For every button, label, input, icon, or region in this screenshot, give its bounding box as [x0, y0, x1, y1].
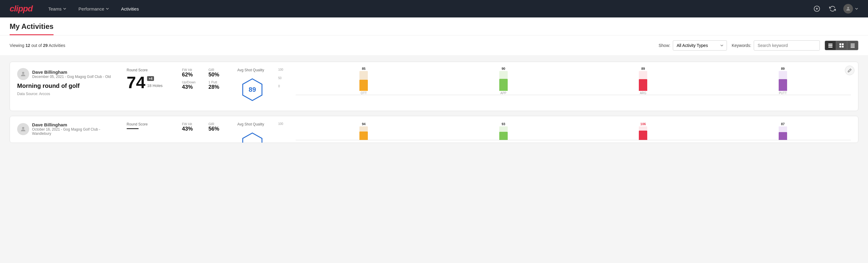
user-menu-button[interactable]: [843, 4, 858, 13]
bar-fill-arg: [639, 79, 647, 91]
chart-col-arg-2: 106: [575, 122, 711, 140]
bar-track-ott: [360, 71, 368, 91]
hexagon-container-1: 89: [237, 75, 268, 105]
stat-gir: GIR 50%: [209, 68, 230, 78]
page-title: My Activities: [10, 22, 54, 35]
quality-label-2: Avg Shot Quality: [237, 122, 264, 126]
nav-label-activities: Activities: [121, 6, 139, 11]
card-quality-2: Avg Shot Quality: [237, 122, 279, 143]
chart-col-ott-2: 94: [296, 122, 432, 140]
keywords-filter: Keywords:: [732, 40, 820, 51]
nav-item-activities[interactable]: Activities: [120, 0, 140, 18]
chart-col-putt-2: 87: [715, 122, 851, 140]
svg-rect-7: [839, 43, 841, 45]
y-label-50: 50: [278, 77, 283, 80]
activity-type-dropdown[interactable]: All Activity Types: [673, 40, 727, 51]
card-chart-2: 100 94 93: [287, 122, 851, 140]
bar-label-arg: ARG: [640, 91, 646, 95]
stat-fw-hit-value-2: 43%: [182, 126, 204, 132]
user-chevron-icon: [855, 7, 858, 10]
card-stats-1: FW Hit 62% GIR 50% Up/Down 43% 1 Putt 28…: [182, 68, 230, 90]
search-input[interactable]: [754, 40, 820, 51]
viewing-total: 29: [43, 43, 48, 48]
score-number-1: 74: [127, 74, 145, 91]
svg-rect-14: [850, 47, 855, 48]
view-toggle: [825, 40, 858, 50]
data-source-1: Data Source: Arccos: [17, 92, 119, 96]
stat-fw-hit-label-2: FW Hit: [182, 122, 204, 126]
nav-item-teams[interactable]: Teams: [47, 0, 67, 18]
svg-rect-6: [828, 47, 833, 48]
bar-value-arg-2: 106: [640, 122, 646, 126]
card-stats-2: FW Hit 43% GIR 56%: [182, 122, 230, 132]
quality-label-1: Avg Shot Quality: [237, 68, 264, 72]
chevron-down-icon-perf: [105, 7, 109, 10]
user-avatar-2: [17, 123, 29, 135]
svg-rect-5: [828, 45, 833, 46]
bar-fill-app-2: [499, 132, 508, 140]
bar-value-ott-2: 94: [362, 122, 365, 126]
chart-col-app-2: 93: [435, 122, 572, 140]
svg-marker-18: [243, 133, 262, 143]
navbar: clippd Teams Performance Activities: [0, 0, 868, 18]
card-left-1: Dave Billingham December 05, 2021 - Gog …: [17, 68, 119, 96]
score-dash-2: [127, 128, 138, 129]
stat-fw-hit-value: 62%: [182, 71, 204, 78]
chart-y-labels-2: 100: [278, 122, 283, 133]
user-date-2: October 16, 2021 - Gog Magog Golf Club -…: [32, 127, 119, 136]
nav-item-performance[interactable]: Performance: [77, 0, 111, 18]
bar-track-arg-2: [639, 126, 647, 140]
bar-fill-arg-2: [639, 130, 647, 140]
keywords-label: Keywords:: [732, 43, 751, 48]
add-button[interactable]: [812, 4, 822, 13]
svg-rect-12: [850, 45, 855, 46]
view-list-button[interactable]: [847, 41, 858, 50]
user-avatar-1: [17, 68, 29, 80]
chart-col-putt: 89 PUTT: [715, 67, 851, 95]
bar-value-app: 90: [502, 67, 505, 70]
card-quality-1: Avg Shot Quality 89: [237, 68, 279, 105]
stat-1putt-label: 1 Putt: [209, 80, 230, 84]
card-user-2: Dave Billingham October 16, 2021 - Gog M…: [17, 122, 119, 136]
stat-updown-label: Up/Down: [182, 80, 204, 84]
navbar-right: [812, 4, 858, 13]
bar-track-app-2: [499, 126, 508, 140]
score-value-row-1: 74 +4 18 Holes: [127, 74, 175, 91]
user-info-2: Dave Billingham October 16, 2021 - Gog M…: [32, 122, 119, 136]
hexagon-container-2: [237, 129, 268, 143]
stat-gir-label: GIR: [209, 68, 230, 71]
svg-rect-13: [850, 46, 855, 47]
score-row-2: [127, 128, 175, 129]
y-label-0: 0: [278, 85, 283, 88]
nav-label-performance: Performance: [79, 6, 104, 11]
grid-icon: [839, 43, 844, 48]
stat-gir-value: 50%: [209, 71, 230, 78]
view-compact-button[interactable]: [825, 41, 836, 50]
activities-list: Dave Billingham December 05, 2021 - Gog …: [0, 56, 868, 149]
refresh-button[interactable]: [828, 4, 837, 13]
nav-label-teams: Teams: [48, 6, 61, 11]
bar-track-putt: [779, 71, 787, 91]
avatar-icon-2: [20, 126, 27, 133]
bar-value-ott: 85: [362, 67, 365, 70]
hexagon-svg-2: [240, 132, 265, 143]
user-date-1: December 05, 2021 - Gog Magog Golf Club …: [32, 75, 111, 79]
score-label-2: Round Score: [127, 122, 175, 126]
score-label-1: Round Score: [127, 68, 175, 72]
chevron-down-icon: [63, 7, 66, 10]
bar-track-putt-2: [779, 126, 787, 140]
bar-fill-putt-2: [779, 132, 787, 140]
page-header: My Activities: [0, 18, 868, 35]
svg-rect-9: [839, 46, 841, 48]
avatar: [843, 4, 853, 13]
bar-value-putt: 89: [781, 67, 785, 70]
hexagon-2: [240, 132, 265, 143]
chart-col-arg: 89 ARG: [575, 67, 711, 95]
svg-rect-4: [828, 43, 833, 45]
card-score-1: Round Score 74 +4 18 Holes: [127, 68, 175, 91]
score-badge-1: +4: [147, 76, 154, 81]
viewing-number: 12: [26, 43, 30, 48]
view-grid-button[interactable]: [836, 41, 847, 50]
stat-fw-hit-label: FW Hit: [182, 68, 204, 71]
bar-value-app-2: 93: [502, 122, 505, 126]
